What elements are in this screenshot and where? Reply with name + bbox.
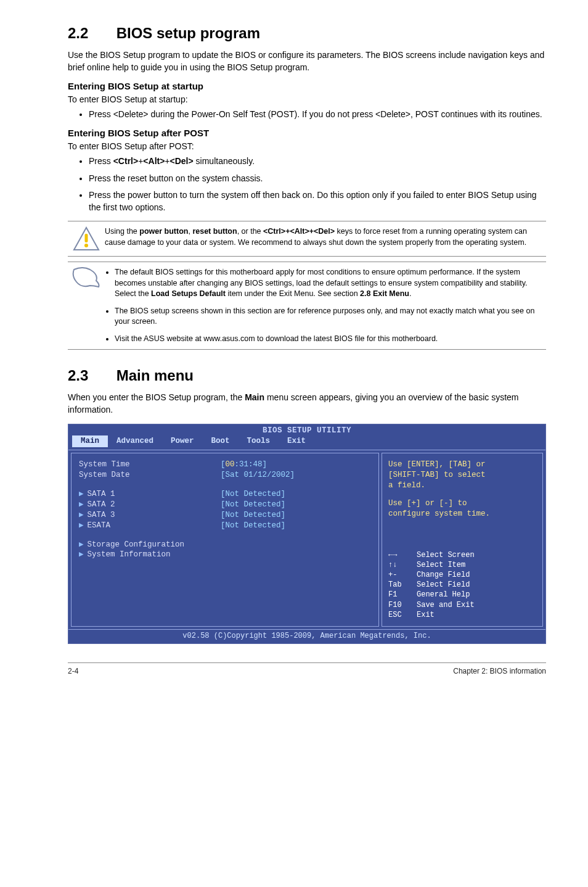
- section-2-2-heading: BIOS setup program: [116, 25, 260, 41]
- bios-sata1: ▶SATA 1: [79, 489, 221, 500]
- post-subhead: Entering BIOS Setup after POST: [68, 128, 546, 138]
- bios-sata1-val: [Not Detected]: [221, 489, 285, 500]
- note-icon: [71, 267, 101, 289]
- key-esc: ESC: [388, 610, 417, 620]
- bios-right-pane: Use [ENTER], [TAB] or [SHIFT-TAB] to sel…: [382, 453, 543, 627]
- section-2-2-number: 2.2: [68, 25, 112, 42]
- note-a: The default BIOS settings for this mothe…: [115, 267, 542, 300]
- bios-menu-advanced: Advanced: [108, 435, 162, 447]
- post-lead: To enter BIOS Setup after POST:: [68, 141, 546, 153]
- bios-help-l5: configure system time.: [388, 509, 536, 519]
- bios-sata2: ▶SATA 2: [79, 500, 221, 510]
- page-number: 2-4: [68, 667, 78, 675]
- triangle-icon: ▶: [79, 550, 84, 559]
- section-2-3-heading: Main menu: [116, 367, 194, 384]
- bios-help-l4: Use [+] or [-] to: [388, 498, 536, 509]
- warning-callout: Using the power button, reset button, or…: [68, 221, 546, 257]
- triangle-icon: ▶: [79, 511, 84, 519]
- page-footer: 2-4 Chapter 2: BIOS information: [68, 662, 546, 675]
- warning-text: Using the power button, reset button, or…: [105, 226, 546, 248]
- note-callout: The default BIOS settings for this mothe…: [68, 262, 546, 350]
- warning-icon: [73, 226, 100, 251]
- bios-menu-main: Main: [72, 435, 108, 447]
- bios-systime-value: [00:31:48]: [221, 460, 267, 470]
- triangle-icon: ▶: [79, 500, 84, 509]
- key-f10: F10: [388, 600, 417, 610]
- bios-storage-config: ▶Storage Configuration: [79, 540, 221, 550]
- bios-left-pane: System Time [00:31:48] System Date [Sat …: [71, 453, 379, 627]
- s22-intro: Use the BIOS Setup program to update the…: [68, 49, 546, 73]
- chapter-label: Chapter 2: BIOS information: [453, 667, 546, 675]
- bios-sata2-val: [Not Detected]: [221, 500, 285, 510]
- post-item-c: Press the power button to turn the syste…: [89, 189, 546, 213]
- bios-menu-boot: Boot: [203, 435, 239, 447]
- section-2-3-title: 2.3 Main menu: [68, 367, 546, 384]
- note-c: Visit the ASUS website at www.asus.com t…: [115, 334, 542, 345]
- bios-screenshot: BIOS SETUP UTILITY Main Advanced Power B…: [68, 424, 546, 645]
- svg-rect-1: [85, 234, 88, 242]
- bios-esata: ▶ESATA: [79, 521, 221, 531]
- key-arrows-lr: ←→: [388, 550, 417, 560]
- bios-sata3-val: [Not Detected]: [221, 510, 285, 521]
- section-2-3-number: 2.3: [68, 367, 112, 384]
- post-item-a: Press <Ctrl>+<Alt>+<Del> simultaneously.: [89, 155, 546, 168]
- bios-sysdate-label: System Date: [79, 470, 221, 481]
- bios-system-info: ▶System Information: [79, 550, 221, 560]
- bios-esata-val: [Not Detected]: [221, 521, 285, 531]
- key-f1: F1: [388, 590, 417, 600]
- note-b: The BIOS setup screens shown in this sec…: [115, 306, 542, 328]
- bios-menu-exit: Exit: [279, 435, 314, 447]
- startup-item: Press <Delete> during the Power-On Self …: [89, 109, 546, 121]
- bios-menu-power: Power: [162, 435, 203, 447]
- bios-help-l1: Use [ENTER], [TAB] or: [388, 460, 536, 470]
- s23-intro: When you enter the BIOS Setup program, t…: [68, 392, 546, 416]
- key-arrows-ud: ↑↓: [388, 560, 417, 570]
- svg-point-2: [84, 244, 88, 247]
- startup-lead: To enter BIOS Setup at startup:: [68, 94, 546, 106]
- bios-sysdate-value: [Sat 01/12/2002]: [221, 470, 295, 481]
- bios-footer: v02.58 (C)Copyright 1985-2009, American …: [68, 629, 545, 643]
- bios-help-l2: [SHIFT-TAB] to select: [388, 470, 536, 481]
- startup-subhead: Entering BIOS Setup at startup: [68, 81, 546, 91]
- bios-sata3: ▶SATA 3: [79, 510, 221, 521]
- bios-menubar: Main Advanced Power Boot Tools Exit: [68, 435, 545, 450]
- triangle-icon: ▶: [79, 540, 84, 549]
- bios-title: BIOS SETUP UTILITY: [68, 424, 545, 436]
- key-tab: Tab: [388, 580, 417, 590]
- section-2-2-title: 2.2 BIOS setup program: [68, 25, 546, 42]
- bios-keys-help: ←→Select Screen ↑↓Select Item +-Change F…: [388, 550, 536, 620]
- triangle-icon: ▶: [79, 490, 84, 498]
- bios-systime-label: System Time: [79, 460, 221, 470]
- triangle-icon: ▶: [79, 521, 84, 530]
- bios-menu-tools: Tools: [239, 435, 279, 447]
- bios-help-l3: a field.: [388, 481, 536, 491]
- post-item-b: Press the reset button on the system cha…: [89, 173, 546, 185]
- key-plusminus: +-: [388, 570, 417, 580]
